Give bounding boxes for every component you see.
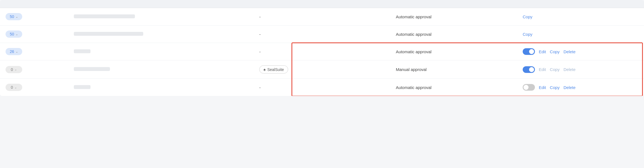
action-cell: Copy xyxy=(517,26,644,43)
priority-cell: 50⌄ xyxy=(0,8,68,26)
rule-name-cell xyxy=(68,79,254,96)
impacted-staff-cell: - xyxy=(254,43,390,60)
approval-method-cell: Automatic approval xyxy=(390,8,517,26)
copy-button[interactable]: Copy xyxy=(550,67,560,72)
toggle-switch[interactable] xyxy=(523,48,535,55)
chevron-down-icon: ⌄ xyxy=(14,86,17,89)
impacted-staff-cell: - xyxy=(254,79,390,96)
delete-button[interactable]: Delete xyxy=(564,67,575,72)
col-header-rule-name xyxy=(68,0,254,8)
edit-button[interactable]: Edit xyxy=(539,85,546,90)
toggle-switch[interactable] xyxy=(523,84,535,91)
priority-value: 0 xyxy=(11,85,13,90)
table-row: 0⌄♠SealSuiteManual approvalEditCopyDelet… xyxy=(0,60,644,79)
sealsuite-badge: ♠SealSuite xyxy=(259,65,288,73)
table-row: 26⌄-Automatic approvalEditCopyDelete xyxy=(0,43,644,60)
priority-badge[interactable]: 50⌄ xyxy=(6,30,22,38)
impacted-staff-cell: ♠SealSuite xyxy=(254,60,390,79)
approval-method-cell: Automatic approval xyxy=(390,43,517,60)
rule-name-blurred xyxy=(74,49,90,53)
priority-badge[interactable]: 0⌄ xyxy=(6,66,22,73)
priority-badge[interactable]: 50⌄ xyxy=(6,13,22,20)
copy-button[interactable]: Copy xyxy=(550,85,560,90)
priority-value: 50 xyxy=(10,14,14,19)
chevron-down-icon: ⌄ xyxy=(16,32,18,36)
sealsuite-label: SealSuite xyxy=(267,67,284,72)
priority-cell: 0⌄ xyxy=(0,60,68,79)
priority-cell: 0⌄ xyxy=(0,79,68,96)
copy-button[interactable]: Copy xyxy=(550,49,560,54)
impacted-staff-cell: - xyxy=(254,8,390,26)
table-row: 0⌄-Automatic approvalEditCopyDelete xyxy=(0,79,644,96)
approval-method-cell: Automatic approval xyxy=(390,79,517,96)
priority-cell: 50⌄ xyxy=(0,26,68,43)
priority-cell: 26⌄ xyxy=(0,43,68,60)
col-header-action xyxy=(517,0,644,8)
delete-button[interactable]: Delete xyxy=(564,49,575,54)
action-cell: EditCopyDelete xyxy=(517,79,644,96)
rule-name-blurred xyxy=(74,67,110,71)
action-cell: Copy xyxy=(517,8,644,26)
impacted-staff-cell: - xyxy=(254,26,390,43)
priority-badge[interactable]: 26⌄ xyxy=(6,48,22,55)
toggle-slider xyxy=(523,48,535,55)
table-row: 50⌄-Automatic approvalCopy xyxy=(0,8,644,26)
priority-badge[interactable]: 0⌄ xyxy=(6,84,22,91)
priority-value: 50 xyxy=(10,32,14,36)
action-cell: EditCopyDelete xyxy=(517,60,644,79)
copy-button[interactable]: Copy xyxy=(523,14,532,19)
chevron-down-icon: ⌄ xyxy=(14,68,17,71)
group-icon: ♠ xyxy=(263,67,266,72)
edit-button[interactable]: Edit xyxy=(539,67,546,72)
toggle-slider xyxy=(523,84,535,91)
chevron-down-icon: ⌄ xyxy=(16,15,18,19)
rule-name-blurred xyxy=(74,32,143,36)
col-header-impacted-staff xyxy=(254,0,390,8)
toggle-switch[interactable] xyxy=(523,66,535,73)
chevron-down-icon: ⌄ xyxy=(16,50,18,54)
rule-name-cell xyxy=(68,8,254,26)
col-header-priority xyxy=(0,0,68,8)
approval-method-cell: Manual approval xyxy=(390,60,517,79)
toggle-slider xyxy=(523,66,535,73)
edit-button[interactable]: Edit xyxy=(539,49,546,54)
rule-name-blurred xyxy=(74,85,90,89)
rule-name-cell xyxy=(68,26,254,43)
action-cell: EditCopyDelete xyxy=(517,43,644,60)
copy-button[interactable]: Copy xyxy=(523,32,532,37)
col-header-approval-method xyxy=(390,0,517,8)
rule-name-cell xyxy=(68,60,254,79)
approval-method-cell: Automatic approval xyxy=(390,26,517,43)
delete-button[interactable]: Delete xyxy=(564,85,575,90)
priority-value: 0 xyxy=(11,67,13,72)
priority-value: 26 xyxy=(10,49,14,54)
table-row: 50⌄-Automatic approvalCopy xyxy=(0,26,644,43)
rule-name-cell xyxy=(68,43,254,60)
rule-name-blurred xyxy=(74,14,135,18)
